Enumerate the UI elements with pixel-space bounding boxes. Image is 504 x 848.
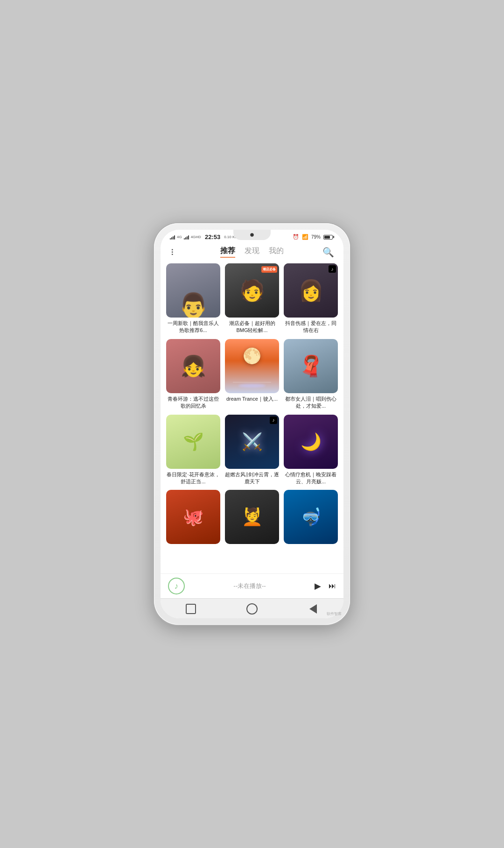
battery-icon — [323, 235, 334, 240]
thumb-10: 🐙 — [166, 490, 220, 544]
list-item[interactable]: 🐙 — [166, 490, 220, 546]
item-label-2: 潮店必备｜超好用的BMG轻松解... — [225, 320, 279, 334]
list-item[interactable]: 🧑 潮店必备 潮店必备｜超好用的BMG轻松解... — [225, 263, 279, 334]
list-item[interactable]: 🧣 都市女人泪｜唱到伤心处，才知爱... — [284, 339, 338, 410]
signal-type-2: 4GHD — [191, 235, 201, 239]
signal-bars-1 — [170, 235, 175, 240]
watermark: 软件智库 — [327, 611, 342, 616]
item-label-5: dream Trance｜驶入... — [225, 396, 279, 403]
search-icon[interactable]: 🔍 — [319, 247, 334, 258]
home-circle-button[interactable] — [245, 602, 259, 615]
signal-type-1: 4G — [177, 235, 182, 239]
bar2 — [171, 237, 172, 240]
list-item[interactable]: 👩 ♪ 抖音伤感｜爱在左，同情在右 — [284, 263, 338, 334]
badge-text: 潮店必备 — [261, 266, 277, 273]
bottom-nav — [161, 598, 343, 618]
tab-mine[interactable]: 我的 — [269, 246, 284, 258]
back-triangle-button[interactable] — [307, 602, 320, 615]
filter-icon[interactable]: ⫶ — [170, 247, 185, 257]
music-grid: 👨 一周新歌｜酷我音乐人热歌推荐6... 🧑 潮店必备 潮店必备｜超好用的BMG… — [166, 263, 338, 546]
music-note-icon: ♪ — [175, 581, 179, 591]
list-item[interactable]: 🌱 春日限定·花开春意浓，舒适正当... — [166, 415, 220, 486]
next-button[interactable]: ⏭ — [329, 582, 336, 590]
thumb-12: 🤿 — [284, 490, 338, 544]
notch — [233, 230, 271, 240]
bar3 — [173, 236, 174, 240]
phone-outer: 4G 4GHD 22:53 0.10 KB/s ⏰ 📶 79% — [154, 223, 350, 625]
bar8 — [188, 235, 189, 240]
camera — [250, 233, 254, 237]
thumb-4: 👧 — [166, 339, 220, 393]
tiktok-badge-2: ♪ — [270, 417, 277, 424]
player-album-icon: ♪ — [168, 578, 185, 594]
bar1 — [170, 238, 171, 240]
play-button[interactable]: ▶ — [315, 581, 321, 591]
player-title: --未在播放-- — [190, 582, 309, 590]
tab-recommend[interactable]: 推荐 — [220, 246, 235, 258]
list-item[interactable]: ⚔️ ♪ 超燃古风‖剑冲云霄，逐鹿天下 — [225, 415, 279, 486]
list-item[interactable]: 🌙 心情疗愈机｜晚安踩着云、月亮贩... — [284, 415, 338, 486]
player-bar: ♪ --未在播放-- ▶ ⏭ — [161, 573, 343, 598]
status-time: 22:53 — [205, 233, 220, 240]
content-area[interactable]: 👨 一周新歌｜酷我音乐人热歌推荐6... 🧑 潮店必备 潮店必备｜超好用的BMG… — [161, 260, 343, 573]
item-label-3: 抖音伤感｜爱在左，同情在右 — [284, 320, 338, 334]
nav-tabs-center: 推荐 发现 我的 — [220, 246, 284, 258]
bar5 — [184, 238, 185, 240]
item-label-6: 都市女人泪｜唱到伤心处，才知爱... — [284, 396, 338, 410]
thumb-8: ⚔️ ♪ — [225, 415, 279, 469]
item-label-8: 超燃古风‖剑冲云霄，逐鹿天下 — [225, 471, 279, 486]
thumb-2: 🧑 潮店必备 — [225, 263, 279, 318]
tab-discover[interactable]: 发现 — [245, 246, 259, 258]
bar6 — [185, 237, 186, 240]
status-right: ⏰ 📶 79% — [293, 234, 334, 240]
thumb-11: 💆 — [225, 490, 279, 544]
thumb-7: 🌱 — [166, 415, 220, 469]
list-item[interactable]: 👨 一周新歌｜酷我音乐人热歌推荐6... — [166, 263, 220, 334]
player-controls: ▶ ⏭ — [315, 581, 336, 591]
alarm-icon: ⏰ — [293, 234, 299, 240]
nav-tabs: ⫶ 推荐 发现 我的 🔍 — [161, 242, 343, 260]
thumb-3: 👩 ♪ — [284, 263, 338, 318]
item-label-1: 一周新歌｜酷我音乐人热歌推荐6... — [166, 320, 220, 334]
list-item[interactable]: 💆 — [225, 490, 279, 546]
bar7 — [187, 236, 188, 240]
battery-percent: 79% — [311, 234, 321, 240]
phone-screen: 4G 4GHD 22:53 0.10 KB/s ⏰ 📶 79% — [161, 230, 343, 618]
back-square-button[interactable] — [184, 602, 197, 615]
list-item[interactable]: 👧 青春环游：逃不过这些歌的回忆杀 — [166, 339, 220, 410]
thumb-5: 🌕 — [225, 339, 279, 393]
wifi-icon: 📶 — [302, 234, 308, 240]
thumb-1: 👨 — [166, 263, 220, 318]
bar4 — [174, 235, 175, 240]
item-label-4: 青春环游：逃不过这些歌的回忆杀 — [166, 396, 220, 410]
status-left: 4G 4GHD 22:53 0.10 KB/s — [170, 233, 240, 240]
item-label-9: 心情疗愈机｜晚安踩着云、月亮贩... — [284, 471, 338, 486]
list-item[interactable]: 🌕 dream Trance｜驶入... — [225, 339, 279, 410]
item-label-7: 春日限定·花开春意浓，舒适正当... — [166, 471, 220, 486]
thumb-9: 🌙 — [284, 415, 338, 469]
list-item[interactable]: 🤿 — [284, 490, 338, 546]
signal-bars-2 — [184, 235, 189, 240]
tiktok-badge: ♪ — [329, 265, 336, 273]
thumb-6: 🧣 — [284, 339, 338, 393]
